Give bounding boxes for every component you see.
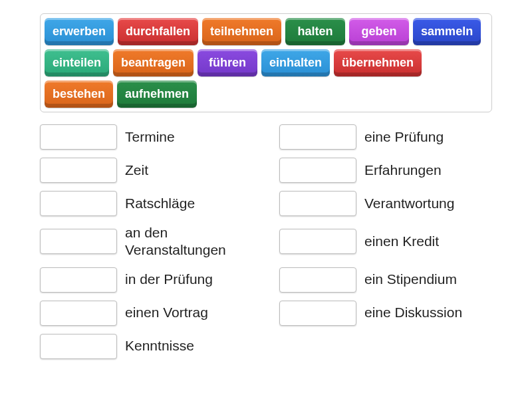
dropzone[interactable] [279, 301, 356, 326]
dropzone[interactable] [40, 267, 117, 293]
word-tile[interactable]: erwerben [45, 18, 114, 45]
target-pair: eine Diskussion [279, 301, 492, 326]
target-label: ein Stipendium [364, 271, 457, 288]
word-tile[interactable]: teilnehmen [202, 18, 281, 45]
target-label: eine Diskussion [364, 304, 462, 321]
target-label: Termine [125, 128, 175, 146]
word-tile[interactable]: halten [285, 18, 345, 45]
dropzone[interactable] [40, 124, 117, 150]
target-pair: Verantwortung [279, 191, 492, 216]
target-pair: Termine [40, 124, 253, 150]
target-label: Erfahrungen [364, 162, 442, 179]
word-tile[interactable]: bestehen [45, 80, 113, 108]
word-tile[interactable]: beantragen [113, 49, 194, 76]
target-label: einen Vortrag [125, 304, 208, 321]
word-tile[interactable]: aufnehmen [117, 80, 197, 108]
dropzone[interactable] [279, 158, 356, 183]
target-label: Verantwortung [364, 195, 454, 212]
target-pair: Kenntnisse [40, 334, 253, 359]
target-pair: an den Veranstaltungen [40, 224, 253, 259]
target-pair: Erfahrungen [279, 158, 492, 183]
answer-grid: Termineeine PrüfungZeitErfahrungenRatsch… [40, 124, 492, 359]
target-label: an den Veranstaltungen [125, 224, 253, 259]
target-label: einen Kredit [364, 233, 439, 250]
target-pair: Ratschläge [40, 191, 253, 216]
dropzone[interactable] [279, 191, 356, 216]
target-label: in der Prüfung [125, 271, 213, 288]
dropzone[interactable] [40, 191, 117, 216]
dropzone[interactable] [40, 301, 117, 326]
dropzone[interactable] [279, 229, 356, 254]
target-pair: einen Kredit [279, 224, 492, 259]
target-pair: in der Prüfung [40, 267, 253, 293]
word-tile[interactable]: einteilen [45, 49, 109, 76]
target-pair [279, 334, 492, 359]
target-pair: ein Stipendium [279, 267, 492, 293]
target-label: Zeit [125, 162, 148, 179]
dropzone[interactable] [40, 158, 117, 183]
word-tile[interactable]: einhalten [261, 49, 330, 76]
target-pair: eine Prüfung [279, 124, 492, 150]
target-pair: Zeit [40, 158, 253, 183]
word-tile[interactable]: durchfallen [118, 18, 198, 45]
dropzone[interactable] [279, 267, 356, 293]
dropzone[interactable] [279, 124, 356, 150]
target-label: Ratschläge [125, 195, 195, 212]
word-tile[interactable]: übernehmen [334, 49, 422, 76]
dropzone[interactable] [40, 229, 117, 254]
word-tile[interactable]: führen [198, 49, 257, 76]
word-tile[interactable]: sammeln [413, 18, 481, 45]
target-label: eine Prüfung [364, 128, 444, 146]
target-label: Kenntnisse [125, 337, 194, 354]
word-bank: erwerbendurchfallenteilnehmenhaltengeben… [40, 13, 492, 112]
dropzone[interactable] [40, 334, 117, 359]
word-tile[interactable]: geben [349, 18, 409, 45]
target-pair: einen Vortrag [40, 301, 253, 326]
